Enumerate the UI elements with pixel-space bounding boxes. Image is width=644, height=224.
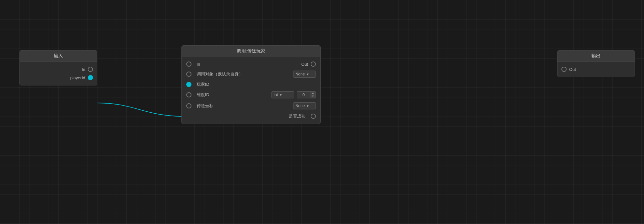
call-success-port[interactable] xyxy=(311,114,316,119)
call-dimension-type-dropdown[interactable]: int ▼ xyxy=(271,91,294,98)
call-target-dropdown[interactable]: None ▼ xyxy=(293,71,316,78)
call-teleport-port[interactable] xyxy=(186,103,191,108)
node-output-title: 输出 xyxy=(558,50,635,62)
node-output-body: Out xyxy=(558,62,635,77)
call-teleport-row: 传送坐标 None ▼ xyxy=(182,100,320,111)
call-dimension-value-input[interactable] xyxy=(297,92,310,98)
call-dimension-type-arrow: ▼ xyxy=(279,93,282,97)
call-dimension-value-wrapper: ▲ ▼ xyxy=(297,91,316,98)
call-target-label: 调用对象（默认为自身） xyxy=(197,71,243,77)
call-out-port[interactable] xyxy=(311,62,316,67)
call-out-label: Out xyxy=(301,62,308,67)
call-dimension-spin-down[interactable]: ▼ xyxy=(310,95,316,98)
input-in-port[interactable] xyxy=(88,67,93,72)
connection-canvas xyxy=(0,0,644,224)
input-playerId-port[interactable] xyxy=(88,75,93,80)
node-input-title: 输入 xyxy=(20,50,97,62)
call-in-out-row: In Out xyxy=(182,60,320,69)
node-call-body: In Out 调用对象（默认为自身） None ▼ 玩家ID xyxy=(182,57,320,124)
output-out-port-row: Out xyxy=(558,65,635,73)
call-playerid-row: 玩家ID xyxy=(182,80,320,89)
call-success-row: 是否成功 xyxy=(182,111,320,121)
call-playerid-port[interactable] xyxy=(186,82,191,87)
call-target-port[interactable] xyxy=(186,72,191,77)
output-out-label: Out xyxy=(569,67,576,72)
call-teleport-dropdown-arrow: ▼ xyxy=(306,104,309,108)
input-playerId-port-row: playerId xyxy=(20,73,97,82)
input-in-port-row: In xyxy=(20,65,97,73)
input-in-label: In xyxy=(82,67,85,72)
call-dimensionid-port[interactable] xyxy=(186,92,191,97)
connection-line xyxy=(97,103,188,117)
call-success-label: 是否成功 xyxy=(289,113,305,119)
output-out-port[interactable] xyxy=(561,67,567,72)
call-playerid-label: 玩家ID xyxy=(197,82,209,87)
node-input: 输入 In playerId xyxy=(19,50,97,85)
node-call-title: 调用:传送玩家 xyxy=(182,46,320,57)
call-in-label: In xyxy=(197,62,200,67)
call-target-dropdown-arrow: ▼ xyxy=(306,73,309,76)
node-call: 调用:传送玩家 In Out 调用对象（默认为自身） None ▼ xyxy=(181,45,321,124)
call-dimension-spinners: ▲ ▼ xyxy=(310,92,316,98)
call-in-port[interactable] xyxy=(186,62,191,67)
call-dimensionid-row: 维度ID int ▼ ▲ ▼ xyxy=(182,89,320,100)
call-dimension-spin-up[interactable]: ▲ xyxy=(310,92,316,95)
input-playerId-label: playerId xyxy=(70,75,85,80)
node-input-body: In playerId xyxy=(20,62,97,85)
call-teleport-dropdown[interactable]: None ▼ xyxy=(293,102,316,109)
call-dimensionid-label: 维度ID xyxy=(197,92,209,98)
call-teleport-label: 传送坐标 xyxy=(197,103,213,109)
node-output: 输出 Out xyxy=(557,50,635,77)
call-target-row: 调用对象（默认为自身） None ▼ xyxy=(182,69,320,80)
